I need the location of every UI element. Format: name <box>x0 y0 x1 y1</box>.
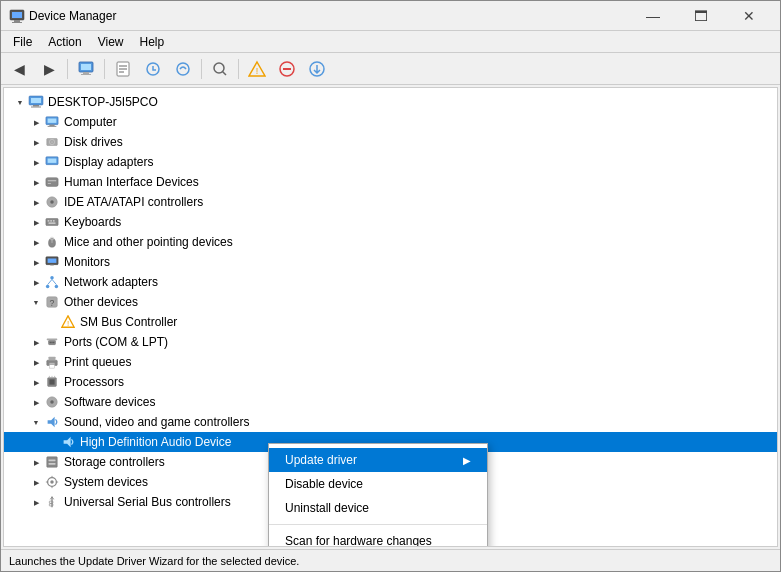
svg-point-63 <box>53 342 54 343</box>
disk-drives-expand-icon <box>28 134 44 150</box>
svg-point-74 <box>50 400 54 404</box>
mice-expand-icon <box>28 234 44 250</box>
title-bar-controls: — 🗖 ✕ <box>630 2 772 30</box>
tree-root[interactable]: DESKTOP-J5I5PCO <box>4 92 777 112</box>
tree-item-sm-bus[interactable]: ! SM Bus Controller <box>4 312 777 332</box>
tree-item-ide[interactable]: IDE ATA/ATAPI controllers <box>4 192 777 212</box>
tree-item-mice[interactable]: Mice and other pointing devices <box>4 232 777 252</box>
computer-icon <box>44 114 60 130</box>
svg-rect-69 <box>49 379 54 384</box>
context-menu: Update driver ▶ Disable device Uninstall… <box>268 443 488 546</box>
properties-icon <box>114 60 132 78</box>
maximize-button[interactable]: 🗖 <box>678 2 724 30</box>
menu-bar: File Action View Help <box>1 31 780 53</box>
toolbar-warning-button[interactable]: ! <box>243 56 271 82</box>
svg-point-52 <box>55 285 59 289</box>
sm-bus-icon: ! <box>60 314 76 330</box>
menu-action[interactable]: Action <box>40 32 89 52</box>
computer-expand-icon <box>28 114 44 130</box>
svg-rect-23 <box>33 105 39 107</box>
context-menu-scan-hardware[interactable]: Scan for hardware changes <box>269 529 487 546</box>
print-expand-icon <box>28 354 44 370</box>
update-icon <box>144 60 162 78</box>
tree-item-display-adapters[interactable]: Display adapters <box>4 152 777 172</box>
toolbar-find-button[interactable] <box>206 56 234 82</box>
software-expand-icon <box>28 394 44 410</box>
storage-icon <box>44 454 60 470</box>
menu-help[interactable]: Help <box>132 32 173 52</box>
sm-bus-label: SM Bus Controller <box>80 315 177 329</box>
svg-rect-27 <box>49 125 54 126</box>
usb-expand-icon <box>28 494 44 510</box>
network-expand-icon <box>28 274 44 290</box>
tree-view[interactable]: DESKTOP-J5I5PCO Computer Disk drives <box>4 88 777 546</box>
toolbar-scan-button[interactable] <box>169 56 197 82</box>
svg-rect-60 <box>47 339 58 341</box>
keyboards-label: Keyboards <box>64 215 121 229</box>
context-menu-uninstall-device[interactable]: Uninstall device <box>269 496 487 520</box>
network-icon <box>44 274 60 290</box>
svg-rect-6 <box>83 72 89 74</box>
storage-expand-icon <box>28 454 44 470</box>
svg-rect-5 <box>81 64 91 70</box>
hid-label: Human Interface Devices <box>64 175 199 189</box>
svg-text:!: ! <box>256 66 259 76</box>
display-expand-icon <box>28 154 44 170</box>
tree-item-network[interactable]: Network adapters <box>4 272 777 292</box>
tree-item-processors[interactable]: Processors <box>4 372 777 392</box>
tree-item-software[interactable]: Software devices <box>4 392 777 412</box>
toolbar-separator-3 <box>201 59 202 79</box>
menu-file[interactable]: File <box>5 32 40 52</box>
svg-line-15 <box>223 71 227 75</box>
toolbar-back-button[interactable]: ◀ <box>5 56 33 82</box>
scan-hardware-label: Scan for hardware changes <box>285 534 432 546</box>
context-menu-disable-device[interactable]: Disable device <box>269 472 487 496</box>
sound-label: Sound, video and game controllers <box>64 415 249 429</box>
menu-view[interactable]: View <box>90 32 132 52</box>
other-devices-label: Other devices <box>64 295 138 309</box>
tree-item-ports[interactable]: Ports (COM & LPT) <box>4 332 777 352</box>
toolbar-properties-button[interactable] <box>109 56 137 82</box>
root-label: DESKTOP-J5I5PCO <box>48 95 158 109</box>
minimize-button[interactable]: — <box>630 2 676 30</box>
system-expand-icon <box>28 474 44 490</box>
svg-rect-7 <box>81 74 91 75</box>
tree-item-print[interactable]: Print queues <box>4 352 777 372</box>
toolbar-update-button[interactable] <box>139 56 167 82</box>
tree-item-sound[interactable]: Sound, video and game controllers <box>4 412 777 432</box>
tree-item-computer[interactable]: Computer <box>4 112 777 132</box>
toolbar-device-manager-button[interactable] <box>72 56 100 82</box>
processors-label: Processors <box>64 375 124 389</box>
keyboards-icon <box>44 214 60 230</box>
toolbar-separator-2 <box>104 59 105 79</box>
close-button[interactable]: ✕ <box>726 2 772 30</box>
toolbar: ◀ ▶ <box>1 53 780 85</box>
toolbar-forward-button[interactable]: ▶ <box>35 56 63 82</box>
ports-icon <box>44 334 60 350</box>
svg-point-31 <box>51 141 53 143</box>
monitors-label: Monitors <box>64 255 110 269</box>
context-menu-update-driver[interactable]: Update driver ▶ <box>269 448 487 472</box>
network-label: Network adapters <box>64 275 158 289</box>
svg-rect-67 <box>49 365 54 369</box>
root-collapse-icon <box>12 94 28 110</box>
tree-item-monitors[interactable]: Monitors <box>4 252 777 272</box>
svg-rect-79 <box>49 463 56 465</box>
tree-item-hid[interactable]: Human Interface Devices <box>4 172 777 192</box>
tree-item-keyboards[interactable]: Keyboards <box>4 212 777 232</box>
display-adapters-label: Display adapters <box>64 155 153 169</box>
cursor-indicator: ▶ <box>463 455 471 466</box>
other-devices-icon: ? <box>44 294 60 310</box>
scan-icon <box>174 60 192 78</box>
tree-item-disk-drives[interactable]: Disk drives <box>4 132 777 152</box>
computer-label: Computer <box>64 115 117 129</box>
toolbar-uninstall-button[interactable] <box>273 56 301 82</box>
toolbar-download-button[interactable] <box>303 56 331 82</box>
svg-rect-33 <box>48 159 57 163</box>
title-bar-title: Device Manager <box>29 9 630 23</box>
mice-label: Mice and other pointing devices <box>64 235 233 249</box>
software-icon <box>44 394 60 410</box>
disable-device-label: Disable device <box>285 477 363 491</box>
storage-label: Storage controllers <box>64 455 165 469</box>
tree-item-other-devices[interactable]: ? Other devices <box>4 292 777 312</box>
